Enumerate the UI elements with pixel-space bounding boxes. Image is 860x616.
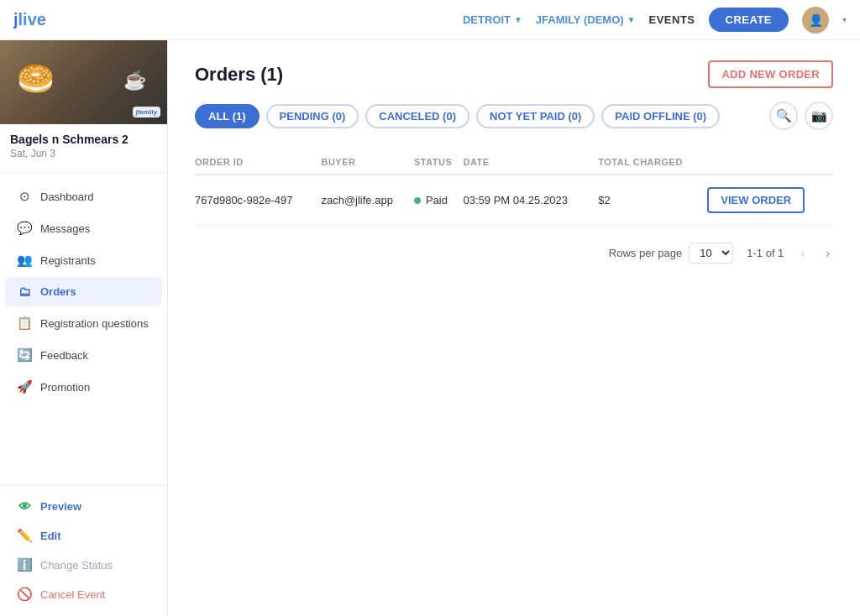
- event-date: Sat, Jun 3: [0, 148, 167, 170]
- filter-tabs: ALL (1) PENDING (0) CANCELED (0) NOT YET…: [195, 102, 833, 130]
- sidebar-item-dashboard[interactable]: ⊙ Dashboard: [5, 181, 162, 211]
- sidebar-nav: ⊙ Dashboard 💬 Messages 👥 Registrants 🗂 O…: [0, 177, 167, 484]
- event-image-inner: jfamily: [0, 40, 167, 124]
- sidebar-item-orders[interactable]: 🗂 Orders: [5, 277, 162, 306]
- add-new-order-button[interactable]: ADD NEW ORDER: [708, 60, 833, 88]
- avatar[interactable]: 👤: [802, 7, 829, 34]
- events-link[interactable]: EVENTS: [649, 13, 695, 26]
- edit-icon: ✏️: [17, 528, 32, 543]
- avatar-chevron-icon[interactable]: ▾: [842, 15, 847, 24]
- search-icon-button[interactable]: 🔍: [769, 102, 798, 130]
- location-selector[interactable]: DETROIT ▼: [463, 13, 522, 26]
- sidebar-item-label: Dashboard: [40, 191, 94, 203]
- rows-per-page: Rows per page 10 25 50: [609, 243, 733, 264]
- cancel-event-icon: 🚫: [17, 587, 32, 602]
- filter-tab-paid-offline[interactable]: PAID OFFLINE (0): [601, 104, 720, 128]
- promotion-icon: 🚀: [17, 379, 32, 394]
- sidebar-item-label: Registrants: [40, 254, 96, 267]
- org-chevron-icon: ▼: [627, 15, 636, 24]
- sidebar-divider: [0, 173, 167, 174]
- orders-table: ORDER ID BUYER STATUS DATE TOTAL CHARGED…: [195, 150, 833, 226]
- sidebar-item-label: Orders: [40, 285, 76, 298]
- filter-tab-canceled[interactable]: CANCELED (0): [365, 104, 469, 128]
- registration-questions-icon: 📋: [17, 316, 32, 331]
- view-order-button[interactable]: VIEW ORDER: [707, 187, 805, 213]
- orders-title: Orders (1): [195, 64, 283, 86]
- sidebar-edit[interactable]: ✏️ Edit: [5, 521, 162, 550]
- sidebar-item-label: Registration questions: [40, 317, 149, 330]
- pagination-next-button[interactable]: ›: [822, 244, 833, 263]
- dashboard-icon: ⊙: [17, 189, 32, 204]
- filter-tab-not-yet-paid[interactable]: NOT YET PAID (0): [476, 104, 595, 128]
- date-cell: 03:59 PM 04.25.2023: [464, 175, 599, 226]
- table-header-row: ORDER ID BUYER STATUS DATE TOTAL CHARGED: [195, 150, 833, 175]
- table-row: 767d980c-982e-497 zach@jlife.app Paid 03…: [195, 175, 833, 226]
- sidebar-preview[interactable]: 👁 Preview: [5, 493, 162, 520]
- pagination: Rows per page 10 25 50 1-1 of 1 ‹ ›: [195, 243, 833, 264]
- status-label: Paid: [426, 194, 448, 206]
- feedback-icon: 🔄: [17, 347, 32, 363]
- col-order-id: ORDER ID: [195, 150, 321, 175]
- pagination-info: 1-1 of 1: [747, 247, 784, 259]
- sidebar-item-registrants[interactable]: 👥 Registrants: [5, 245, 162, 275]
- create-button[interactable]: CREATE: [709, 8, 789, 32]
- sidebar-cancel-event-label: Cancel Event: [40, 588, 105, 601]
- org-selector[interactable]: JFAMILY (DEMO) ▼: [536, 13, 636, 26]
- sidebar-preview-label: Preview: [40, 500, 81, 513]
- col-action: [707, 150, 833, 175]
- sidebar: jfamily Bagels n Schmears 2 Sat, Jun 3 ⊙…: [0, 40, 168, 616]
- topnav-links: DETROIT ▼ JFAMILY (DEMO) ▼ EVENTS CREATE…: [463, 7, 847, 34]
- sidebar-cancel-event[interactable]: 🚫 Cancel Event: [5, 580, 162, 608]
- search-icon: 🔍: [776, 108, 792, 123]
- sidebar-item-label: Feedback: [40, 349, 88, 362]
- filter-icons: 🔍 📷: [769, 102, 833, 130]
- logo-live: live: [18, 10, 46, 29]
- total-cell: $2: [598, 175, 707, 226]
- camera-icon-button[interactable]: 📷: [805, 102, 833, 130]
- sidebar-item-feedback[interactable]: 🔄 Feedback: [5, 340, 162, 370]
- topnav: jlive DETROIT ▼ JFAMILY (DEMO) ▼ EVENTS …: [0, 0, 860, 40]
- status-dot-icon: [414, 197, 421, 204]
- logo[interactable]: jlive: [13, 10, 46, 29]
- status-cell: Paid: [414, 175, 464, 226]
- sidebar-change-status[interactable]: ℹ️ Change Status: [5, 551, 162, 579]
- event-image: jfamily: [0, 40, 167, 124]
- pagination-prev-button[interactable]: ‹: [797, 244, 808, 263]
- sidebar-change-status-label: Change Status: [40, 559, 113, 572]
- buyer-cell: zach@jlife.app: [321, 175, 413, 226]
- order-id-cell: 767d980c-982e-497: [195, 175, 321, 226]
- filter-tab-all[interactable]: ALL (1): [195, 104, 260, 128]
- col-buyer: BUYER: [321, 150, 413, 175]
- filter-tab-pending[interactable]: PENDING (0): [266, 104, 359, 128]
- brand-badge: jfamily: [133, 107, 160, 117]
- action-cell: VIEW ORDER: [707, 175, 833, 226]
- orders-icon: 🗂: [17, 285, 32, 299]
- camera-icon: 📷: [811, 108, 827, 123]
- col-date: DATE: [464, 150, 599, 175]
- sidebar-item-label: Promotion: [40, 381, 90, 394]
- messages-icon: 💬: [17, 221, 32, 236]
- sidebar-item-label: Messages: [40, 222, 90, 235]
- registrants-icon: 👥: [17, 253, 32, 268]
- rows-per-page-select[interactable]: 10 25 50: [689, 243, 733, 264]
- main-content: Orders (1) ADD NEW ORDER ALL (1) PENDING…: [168, 40, 860, 616]
- main-layout: jfamily Bagels n Schmears 2 Sat, Jun 3 ⊙…: [0, 40, 860, 616]
- rows-per-page-label: Rows per page: [609, 247, 682, 259]
- orders-header: Orders (1) ADD NEW ORDER: [195, 60, 833, 88]
- sidebar-item-messages[interactable]: 💬 Messages: [5, 213, 162, 243]
- sidebar-edit-label: Edit: [40, 530, 61, 542]
- sidebar-bottom: 👁 Preview ✏️ Edit ℹ️ Change Status 🚫 Can…: [0, 484, 167, 616]
- preview-icon: 👁: [17, 499, 32, 514]
- sidebar-item-promotion[interactable]: 🚀 Promotion: [5, 372, 162, 402]
- col-status: STATUS: [414, 150, 464, 175]
- col-total-charged: TOTAL CHARGED: [598, 150, 707, 175]
- event-title: Bagels n Schmears 2: [0, 124, 167, 148]
- change-status-icon: ℹ️: [17, 557, 32, 572]
- sidebar-item-registration-questions[interactable]: 📋 Registration questions: [5, 308, 162, 338]
- location-chevron-icon: ▼: [514, 15, 522, 24]
